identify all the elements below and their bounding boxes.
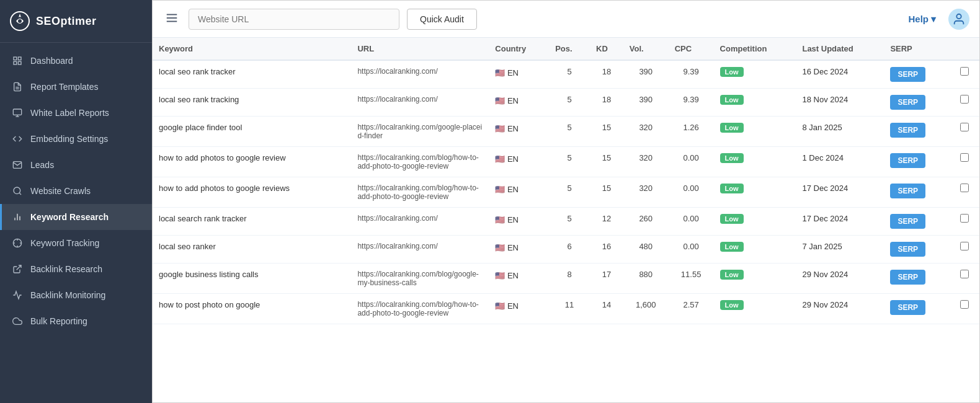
sidebar: SEOptimer Dashboard Report Templates Whi… (0, 0, 152, 403)
sidebar-item-keyword-tracking[interactable]: Keyword Tracking (0, 230, 152, 256)
svg-rect-3 (18, 57, 21, 60)
sidebar-item-label: Bulk Reporting (30, 316, 87, 326)
sidebar-item-label: Dashboard (30, 56, 73, 66)
hamburger-button[interactable] (163, 9, 181, 29)
position-cell: 5 (549, 208, 590, 236)
sidebar-item-white-label-reports[interactable]: White Label Reports (0, 100, 152, 126)
serp-cell: SERP (884, 60, 950, 89)
select-cell (950, 89, 979, 117)
file-text-icon (12, 81, 23, 92)
serp-button[interactable]: SERP (890, 67, 925, 82)
serp-button[interactable]: SERP (890, 214, 925, 229)
sidebar-item-backlink-monitoring[interactable]: Backlink Monitoring (0, 282, 152, 308)
url-cell: https://localranking.com/google-placeid-… (351, 117, 489, 147)
keyword-table-container: Keyword URL Country Pos. KD Vol. CPC Com… (153, 38, 979, 402)
competition-badge: Low (720, 67, 744, 77)
sidebar-item-leads[interactable]: Leads (0, 152, 152, 178)
sidebar-item-dashboard[interactable]: Dashboard (0, 48, 152, 74)
kd-cell: 18 (590, 60, 623, 89)
kd-cell: 14 (590, 294, 623, 324)
sidebar-item-label: Leads (30, 160, 54, 170)
url-cell: https://localranking.com/blog/how-to-add… (351, 294, 489, 324)
competition-cell: Low (714, 117, 796, 147)
row-checkbox[interactable] (960, 270, 969, 278)
serp-button[interactable]: SERP (890, 270, 925, 285)
url-input[interactable] (189, 9, 399, 30)
row-checkbox[interactable] (960, 184, 969, 192)
row-checkbox[interactable] (960, 123, 969, 131)
kd-cell: 16 (590, 236, 623, 264)
competition-badge: Low (720, 300, 744, 310)
quick-audit-button[interactable]: Quick Audit (407, 9, 477, 30)
keyword-cell: local seo rank tracking (153, 89, 351, 117)
external-link-icon (12, 264, 23, 275)
sidebar-navigation: Dashboard Report Templates White Label R… (0, 43, 152, 339)
country-cell: 🇺🇸 EN (489, 264, 549, 294)
sidebar-item-keyword-research[interactable]: Keyword Research (0, 204, 152, 230)
user-avatar[interactable] (948, 9, 969, 30)
serp-cell: SERP (884, 264, 950, 294)
sidebar-item-report-templates[interactable]: Report Templates (0, 74, 152, 100)
position-cell: 11 (549, 294, 590, 324)
competition-cell: Low (714, 147, 796, 177)
kd-cell: 12 (590, 208, 623, 236)
keyword-cell: how to post photo on google (153, 294, 351, 324)
sidebar-item-embedding-settings[interactable]: Embedding Settings (0, 126, 152, 152)
kd-cell: 15 (590, 147, 623, 177)
keyword-cell: google place finder tool (153, 117, 351, 147)
country-cell: 🇺🇸 EN (489, 208, 549, 236)
table-row: local seo rankerhttps://localranking.com… (153, 236, 979, 264)
serp-button[interactable]: SERP (890, 95, 925, 110)
country-cell: 🇺🇸 EN (489, 60, 549, 89)
help-button[interactable]: Help ▾ (908, 14, 936, 25)
competition-cell: Low (714, 89, 796, 117)
position-cell: 5 (549, 89, 590, 117)
table-row: local seo rank trackerhttps://localranki… (153, 60, 979, 89)
select-cell (950, 264, 979, 294)
volume-cell: 320 (623, 147, 669, 177)
svg-rect-4 (14, 61, 17, 64)
url-cell: https://localranking.com/blog/how-to-add… (351, 147, 489, 177)
volume-cell: 320 (623, 177, 669, 208)
row-checkbox[interactable] (960, 242, 969, 250)
search-icon (12, 185, 23, 197)
row-checkbox[interactable] (960, 153, 969, 162)
sidebar-item-backlink-research[interactable]: Backlink Research (0, 256, 152, 282)
volume-cell: 880 (623, 264, 669, 294)
keyword-cell: how to add photos to google review (153, 147, 351, 177)
serp-button[interactable]: SERP (890, 123, 925, 138)
svg-point-1 (18, 19, 22, 23)
serp-button[interactable]: SERP (890, 300, 925, 315)
date-cell: 18 Nov 2024 (796, 89, 884, 117)
row-checkbox[interactable] (960, 95, 969, 104)
col-updated: Last Updated (796, 38, 884, 60)
row-checkbox[interactable] (960, 214, 969, 223)
serp-button[interactable]: SERP (890, 184, 925, 198)
sidebar-item-bulk-reporting[interactable]: Bulk Reporting (0, 308, 152, 334)
code-icon (12, 133, 23, 144)
mail-icon (12, 159, 23, 170)
row-checkbox[interactable] (960, 300, 969, 309)
cpc-cell: 0.00 (669, 208, 714, 236)
serp-button[interactable]: SERP (890, 242, 925, 257)
col-url: URL (351, 38, 489, 60)
col-kd: KD (590, 38, 623, 60)
competition-badge: Low (720, 184, 744, 193)
serp-button[interactable]: SERP (890, 153, 925, 168)
sidebar-item-label: Keyword Research (30, 212, 109, 222)
select-cell (950, 117, 979, 147)
table-row: local seo rank trackinghttps://localrank… (153, 89, 979, 117)
position-cell: 5 (549, 147, 590, 177)
table-row: how to add photos to google reviewhttps:… (153, 147, 979, 177)
row-checkbox[interactable] (960, 67, 969, 76)
position-cell: 5 (549, 60, 590, 89)
date-cell: 1 Dec 2024 (796, 147, 884, 177)
sidebar-item-website-crawls[interactable]: Website Crawls (0, 178, 152, 204)
country-cell: 🇺🇸 EN (489, 294, 549, 324)
url-cell: https://localranking.com/ (351, 60, 489, 89)
col-keyword: Keyword (153, 38, 351, 60)
date-cell: 17 Dec 2024 (796, 208, 884, 236)
col-vol: Vol. (623, 38, 669, 60)
keyword-cell: local seo ranker (153, 236, 351, 264)
competition-cell: Low (714, 236, 796, 264)
